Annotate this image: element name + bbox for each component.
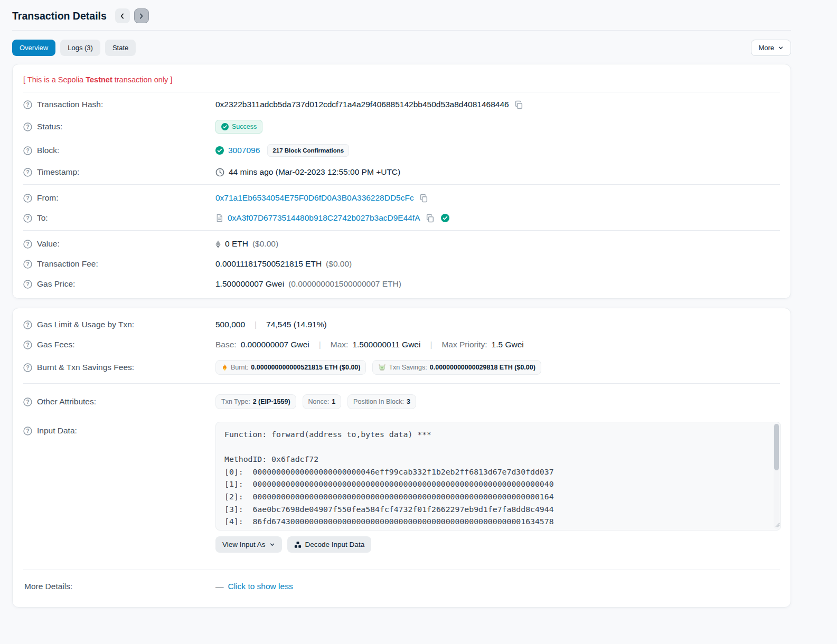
testnet-notice-suffix: transaction only ] xyxy=(112,75,173,84)
row-timestamp: ? Timestamp: 44 mins ago (Mar-02-2023 12… xyxy=(23,162,780,184)
fire-icon xyxy=(221,364,228,371)
help-icon[interactable]: ? xyxy=(23,363,32,372)
testnet-notice-bold: Testnet xyxy=(86,75,112,84)
transaction-hash-label: Transaction Hash: xyxy=(37,100,103,109)
row-transaction-hash: ? Transaction Hash: 0x2322b311adcb5da737… xyxy=(23,97,780,115)
svg-text:?: ? xyxy=(26,215,29,221)
tab-logs[interactable]: Logs (3) xyxy=(60,40,100,56)
gas-price-amount: 1.500000007 Gwei xyxy=(215,279,284,289)
input-data-scrollbar-thumb[interactable] xyxy=(774,424,779,470)
help-icon[interactable]: ? xyxy=(23,214,32,223)
gas-price-eth-equivalent: (0.000000001500000007 ETH) xyxy=(288,279,401,289)
nonce-value: 1 xyxy=(332,398,335,405)
help-icon[interactable]: ? xyxy=(23,122,32,131)
help-icon[interactable]: ? xyxy=(23,427,32,435)
row-gas-fees: ? Gas Fees: Base: 0.000000007 Gwei | Max… xyxy=(23,335,780,355)
decode-input-data-label: Decode Input Data xyxy=(305,541,365,548)
status-label: Status: xyxy=(37,122,62,131)
chevron-down-icon xyxy=(269,542,275,547)
page-header: Transaction Details xyxy=(12,0,791,30)
help-icon[interactable]: ? xyxy=(23,320,32,329)
transaction-hash-value: 0x2322b311adcb5da737d012cdcf71a4a29f4068… xyxy=(215,100,509,109)
txn-savings-label: Txn Savings: xyxy=(389,364,427,371)
input-data-actions: View Input As Decode Input Data xyxy=(215,536,781,553)
txn-type-label: Txn Type: xyxy=(221,398,250,405)
details-card: ? Gas Limit & Usage by Txn: 500,000 | 74… xyxy=(12,308,791,608)
check-circle-icon xyxy=(221,123,229,130)
row-burnt-savings: ? Burnt & Txn Savings Fees: Burnt: 0.000… xyxy=(23,355,780,383)
copy-icon[interactable] xyxy=(514,100,523,109)
position-in-block-value: 3 xyxy=(407,398,410,405)
gas-price-label: Gas Price: xyxy=(37,279,75,289)
burnt-value: 0.000000000000521815 ETH ($0.00) xyxy=(251,364,360,371)
help-icon[interactable]: ? xyxy=(23,397,32,406)
transaction-fee-label: Transaction Fee: xyxy=(37,259,98,269)
help-icon[interactable]: ? xyxy=(23,194,32,203)
row-from: ? From: 0x71a1Eb6534054E75F0D6fD0A3B0A33… xyxy=(23,188,780,208)
clock-icon xyxy=(215,168,224,177)
view-input-as-button[interactable]: View Input As xyxy=(215,536,282,553)
block-number-link[interactable]: 3007096 xyxy=(228,146,260,155)
copy-icon[interactable] xyxy=(426,214,435,223)
svg-text:?: ? xyxy=(26,365,29,371)
more-dropdown-button[interactable]: More xyxy=(751,40,791,56)
tab-state[interactable]: State xyxy=(105,40,136,56)
row-status: ? Status: Success xyxy=(23,115,780,139)
tab-overview[interactable]: Overview xyxy=(12,40,55,56)
help-icon[interactable]: ? xyxy=(23,146,32,155)
timestamp-value: 44 mins ago (Mar-02-2023 12:55:00 PM +UT… xyxy=(229,167,400,177)
row-block: ? Block: 3007096 217 Block Confirmations xyxy=(23,139,780,162)
position-in-block-badge: Position In Block: 3 xyxy=(347,394,416,409)
svg-text:?: ? xyxy=(26,195,29,201)
other-attributes-label: Other Attributes: xyxy=(37,397,96,406)
help-icon[interactable]: ? xyxy=(23,340,32,349)
ethereum-icon xyxy=(215,240,221,248)
help-icon[interactable]: ? xyxy=(23,260,32,269)
status-badge: Success xyxy=(215,120,262,134)
show-less-dash: — xyxy=(215,582,224,591)
svg-text:?: ? xyxy=(26,399,29,405)
click-to-show-less-link[interactable]: Click to show less xyxy=(228,582,293,591)
chevron-right-icon xyxy=(138,13,145,20)
input-data-scrollbar-track[interactable] xyxy=(774,423,779,529)
from-label: From: xyxy=(37,193,58,203)
help-icon[interactable]: ? xyxy=(23,280,32,289)
next-transaction-button[interactable] xyxy=(134,8,149,23)
divider xyxy=(23,184,780,185)
value-usd: ($0.00) xyxy=(252,239,278,249)
divider xyxy=(23,92,780,92)
input-data-textarea[interactable]: Function: forward(address to,bytes data)… xyxy=(215,422,781,531)
help-icon[interactable]: ? xyxy=(23,240,32,249)
copy-icon[interactable] xyxy=(419,194,428,203)
to-label: To: xyxy=(37,213,48,223)
decode-input-data-button[interactable]: Decode Input Data xyxy=(287,536,372,553)
more-dropdown-label: More xyxy=(758,44,774,52)
separator: | xyxy=(319,340,321,349)
row-other-attributes: ? Other Attributes: Txn Type: 2 (EIP-155… xyxy=(23,389,780,414)
txn-savings-value: 0.00000000000029818 ETH ($0.00) xyxy=(430,364,535,371)
from-address-link[interactable]: 0x71a1Eb6534054E75F0D6fD0A3B0A336228DD5c… xyxy=(215,193,414,203)
svg-text:?: ? xyxy=(26,124,29,130)
previous-transaction-button[interactable] xyxy=(115,8,130,23)
block-label: Block: xyxy=(37,146,59,155)
divider xyxy=(23,230,780,231)
svg-text:?: ? xyxy=(26,241,29,247)
view-input-as-label: View Input As xyxy=(222,541,266,548)
more-details-label: More Details: xyxy=(24,582,72,591)
page-title: Transaction Details xyxy=(12,10,107,22)
gas-fees-max-value: 1.500000011 Gwei xyxy=(352,340,420,349)
divider xyxy=(23,383,780,384)
to-address-link[interactable]: 0xA3f07D6773514480b918C2742b027b3acD9E44… xyxy=(228,213,420,223)
row-to: ? To: 0xA3f07D6773514480b918C2742b027b3a… xyxy=(23,208,780,230)
value-amount: 0 ETH xyxy=(225,239,248,249)
tab-bar: Overview Logs (3) State More xyxy=(12,31,791,64)
nonce-badge: Nonce: 1 xyxy=(303,394,342,409)
svg-text:?: ? xyxy=(26,102,29,108)
txn-savings-badge: Txn Savings: 0.00000000000029818 ETH ($0… xyxy=(372,360,541,375)
cubes-icon xyxy=(294,541,302,548)
resize-handle-icon[interactable] xyxy=(775,520,780,529)
help-icon[interactable]: ? xyxy=(23,168,32,177)
help-icon[interactable]: ? xyxy=(23,100,32,109)
row-transaction-fee: ? Transaction Fee: 0.000111817500521815 … xyxy=(23,254,780,274)
svg-text:?: ? xyxy=(26,148,29,154)
